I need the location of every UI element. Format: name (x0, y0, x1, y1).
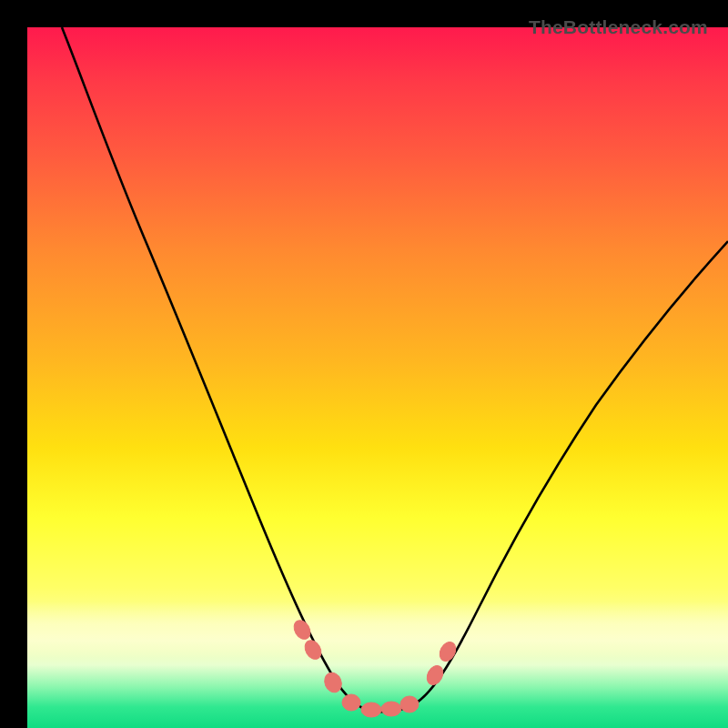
chart-frame (0, 0, 728, 728)
marker-dot (291, 617, 314, 642)
curve-layer (27, 27, 728, 728)
marker-dot (424, 663, 446, 688)
curve-markers (291, 617, 460, 717)
marker-dot (381, 702, 401, 716)
marker-dot (400, 696, 419, 713)
watermark-text: TheBottleneck.com (529, 16, 708, 38)
marker-dot (322, 670, 345, 694)
marker-dot (342, 694, 360, 711)
marker-dot (302, 637, 325, 662)
plot-area (27, 27, 728, 728)
marker-dot (437, 640, 459, 664)
bottleneck-curve (62, 27, 728, 712)
marker-dot (361, 703, 381, 717)
